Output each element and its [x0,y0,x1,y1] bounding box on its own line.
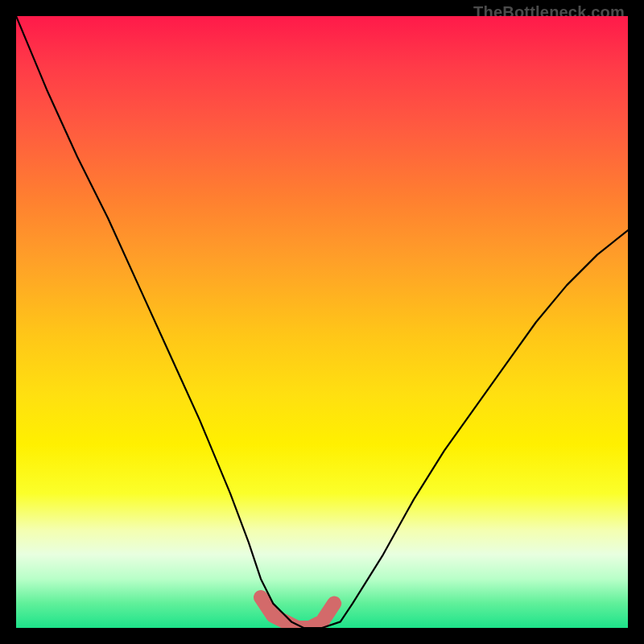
bottleneck-curve-path [16,16,628,628]
chart-frame: TheBottleneck.com [0,0,644,644]
curve-layer [16,16,628,628]
plot-area [16,16,628,628]
